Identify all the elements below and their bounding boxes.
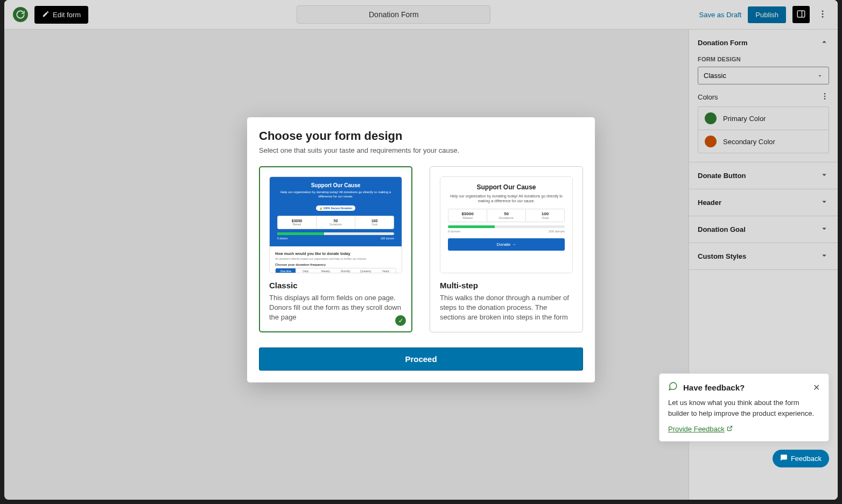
feedback-title: Have feedback? [683, 383, 745, 392]
classic-desc: This displays all form fields on one pag… [269, 293, 402, 323]
modal-subtitle: Select one that suits your taste and req… [259, 146, 583, 154]
feedback-body: Let us know what you think about the for… [668, 397, 820, 418]
design-modal: Choose your form design Select one that … [247, 117, 595, 383]
chat-icon [780, 454, 788, 463]
feedback-link[interactable]: Provide Feedback [668, 425, 733, 433]
option-multistep[interactable]: Support Our Cause Help our organization … [430, 166, 583, 333]
chat-icon [668, 381, 678, 393]
secure-badge: 🔒 100% Secure Donation [316, 205, 355, 211]
preview-donate-button: Donate → [448, 238, 565, 251]
multistep-desc: This walks the donor through a number of… [440, 293, 573, 323]
feedback-popup: Have feedback? ✕ Let us know what you th… [659, 373, 829, 442]
feedback-fab-button[interactable]: Feedback [773, 450, 829, 467]
proceed-button[interactable]: Proceed [259, 347, 583, 371]
classic-preview: Support Our Cause Help our organization … [269, 176, 402, 273]
multistep-preview: Support Our Cause Help our organization … [440, 176, 573, 273]
modal-title: Choose your form design [259, 129, 583, 143]
check-icon: ✓ [395, 315, 406, 326]
external-link-icon [727, 425, 733, 433]
option-classic[interactable]: Support Our Cause Help our organization … [259, 166, 412, 333]
feedback-close-button[interactable]: ✕ [813, 382, 820, 393]
close-icon: ✕ [813, 383, 820, 392]
classic-title: Classic [269, 281, 402, 290]
multistep-title: Multi-step [440, 281, 573, 290]
